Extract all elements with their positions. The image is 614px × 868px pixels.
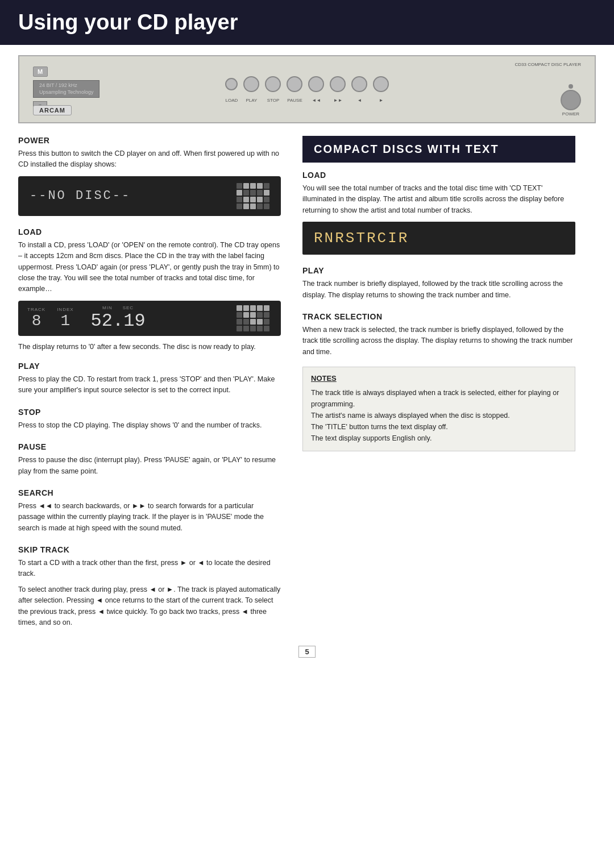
page-number-container: 5: [0, 647, 614, 656]
cd-load-text: You will see the total number of tracks …: [302, 183, 575, 216]
time-value: 52.19: [91, 310, 146, 331]
cdp-label-prev: ◄: [351, 98, 367, 103]
cdp-label-next: ►: [373, 98, 389, 103]
section-heading-skip-track: SKIP TRACK: [18, 545, 281, 554]
section-heading-track-selection: TRACK SELECTION: [302, 312, 575, 321]
notes-item-1: The track title is always displayed when…: [311, 387, 567, 410]
grid-cell: [264, 203, 269, 209]
notes-box: NOTES The track title is always displaye…: [302, 367, 575, 451]
cdp-label-pause: PAUSE: [287, 98, 302, 103]
cdp-label-play: PLAY: [243, 98, 259, 103]
cdp-pause-btn: [287, 76, 302, 92]
grid-cell: [237, 312, 242, 318]
power-text: Press this button to switch the CD playe…: [18, 148, 281, 171]
grid-cell: [243, 305, 249, 311]
grid-cell: [237, 326, 242, 331]
grid-cell: [257, 326, 263, 331]
grid-cell: [243, 203, 249, 209]
arcam-badge: ARCAM: [33, 105, 72, 115]
stop-text: Press to stop the CD playing. The displa…: [18, 420, 281, 431]
left-column: POWER Press this button to switch the CD…: [18, 136, 297, 630]
grid-cell: [264, 190, 269, 196]
cdp-display-box: 24 BIT / 192 kHz Upsampling Technology: [33, 80, 99, 98]
track-display: TRACK 8 INDEX 1 MIN SEC 52.19: [18, 301, 281, 336]
grid-cell: [243, 326, 249, 331]
cdp-play-btn: [243, 76, 259, 92]
track-selection-text: When a new track is selected, the track …: [302, 325, 575, 358]
grid-cell: [257, 203, 263, 209]
grid-cell: [243, 312, 249, 318]
track-info: TRACK 8 INDEX 1 MIN SEC 52.19: [27, 305, 146, 331]
notes-item-3: The 'TITLE' button turns the text displa…: [311, 421, 567, 433]
grid-cell: [243, 190, 249, 196]
cdwt-title: COMPACT DISCS WITH TEXT: [314, 143, 564, 156]
notes-heading: NOTES: [311, 374, 567, 383]
track-value: 8: [32, 312, 42, 330]
main-content: POWER Press this button to switch the CD…: [0, 136, 614, 630]
grid-cell: [250, 183, 256, 189]
grid-cell: [250, 203, 256, 209]
grid-cell: [243, 197, 249, 202]
grid-cell: [257, 305, 263, 311]
grid-cell: [257, 312, 263, 318]
track-label: TRACK: [27, 307, 45, 312]
cdp-load-btn: [225, 78, 238, 90]
grid-cell: [257, 197, 263, 202]
load-after-text: The display returns to '0' after a few s…: [18, 342, 281, 352]
grid-cell: [264, 312, 269, 318]
cdp-label-stop: STOP: [265, 98, 281, 103]
cdp-power-indicator: [569, 84, 573, 89]
section-heading-cd-play: PLAY: [302, 266, 575, 275]
index-value: 1: [60, 312, 70, 330]
grid-cell: [237, 197, 242, 202]
cdp-right-section: CD33 COMPACT DISC PLAYER POWER: [515, 62, 581, 117]
section-heading-pause: PAUSE: [18, 442, 281, 451]
grid-cell: [243, 183, 249, 189]
time-labels: MIN SEC: [102, 305, 134, 310]
sec-label: SEC: [123, 305, 134, 310]
no-disc-display: --NO DISC--: [18, 176, 281, 216]
grid-cell: [257, 190, 263, 196]
cdp-fwd-btn: [330, 76, 346, 92]
load-text: To install a CD, press 'LOAD' (or 'OPEN'…: [18, 240, 281, 295]
grid-cell: [264, 326, 269, 331]
grid-cell: [250, 305, 256, 311]
grid-cell: [250, 319, 256, 325]
grid-cell: [264, 305, 269, 311]
play-text: Press to play the CD. To restart from tr…: [18, 374, 281, 396]
cdp-label-load: LOAD: [225, 98, 238, 103]
page-number: 5: [298, 646, 315, 658]
grid-cell: [250, 326, 256, 331]
cdp-label-rew: ◄◄: [308, 98, 324, 103]
cdp-stop-btn: [265, 76, 281, 92]
cdp-cm-badge: M: [33, 67, 48, 77]
grid-cell: [250, 197, 256, 202]
pause-text: Press to pause the disc (interrupt play)…: [18, 455, 281, 477]
section-heading-cd-load: LOAD: [302, 171, 575, 180]
grid-cell: [237, 305, 242, 311]
grid-cell: [257, 183, 263, 189]
skip-track-text1: To start a CD with a track other than th…: [18, 558, 281, 580]
right-column: COMPACT DISCS WITH TEXT LOAD You will se…: [297, 136, 575, 630]
notes-item-4: The text display supports English only.: [311, 433, 567, 444]
grid-cell: [257, 319, 263, 325]
grid-cell: [237, 183, 242, 189]
section-heading-power: POWER: [18, 136, 281, 145]
grid-cell: [237, 203, 242, 209]
cdp-power-label: POWER: [562, 111, 579, 117]
cdwt-banner: COMPACT DISCS WITH TEXT: [302, 136, 575, 163]
min-label: MIN: [102, 305, 113, 310]
skip-track-text2: To select another track during play, pre…: [18, 584, 281, 629]
display-grid-nodisk: [237, 183, 269, 209]
display-grid-track: [237, 305, 269, 331]
cdp-btn-labels: LOAD PLAY STOP PAUSE ◄◄ ►► ◄ ►: [225, 98, 389, 103]
page-title-banner: Using your CD player: [0, 0, 614, 45]
cdp-next-btn: [373, 76, 389, 92]
grid-cell: [237, 190, 242, 196]
index-label: INDEX: [57, 307, 73, 312]
time-section: MIN SEC 52.19: [91, 305, 146, 331]
grid-cell: [243, 319, 249, 325]
section-heading-stop: STOP: [18, 408, 281, 417]
anastacia-display: RNRSTRCIR: [302, 222, 575, 255]
grid-cell: [250, 312, 256, 318]
